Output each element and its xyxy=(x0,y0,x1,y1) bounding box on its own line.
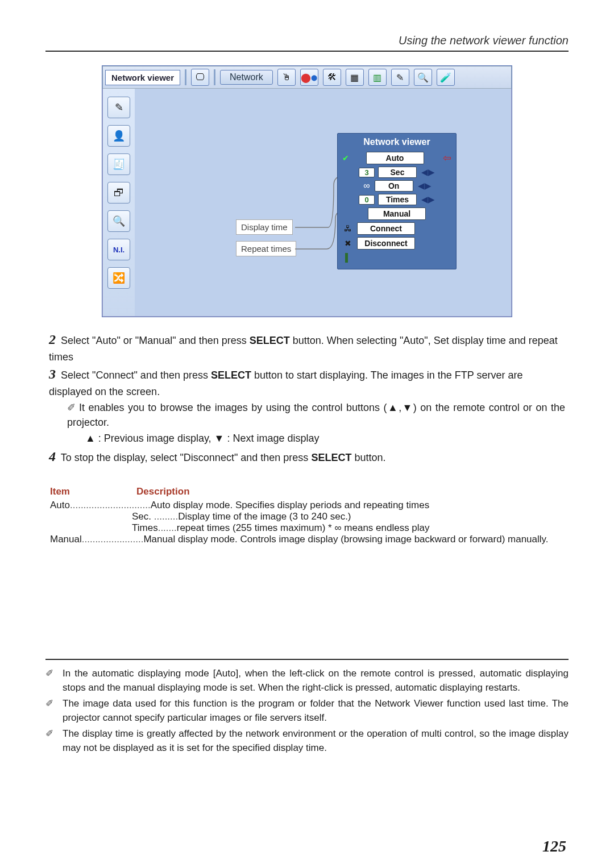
check-icon: ✔ xyxy=(342,153,349,163)
step-number: 2 xyxy=(49,332,56,347)
connect-icon: 🖧 xyxy=(342,223,354,234)
table-row: Sec. .........Display time of the image … xyxy=(132,511,564,522)
board-icon[interactable]: 🧾 xyxy=(107,153,130,175)
table-header-item: Item xyxy=(50,486,136,497)
lr-arrows-icon[interactable]: ◀▶ xyxy=(418,181,432,191)
sidebar: ✎ 👤 🧾 🗗 🔍 N.I. 🔀 xyxy=(103,89,135,316)
step-3: 3 Select "Connect" and then press SELECT… xyxy=(49,364,565,399)
separator xyxy=(214,69,215,85)
rgb-balls-icon[interactable]: ⬤⬤ xyxy=(300,69,318,86)
windows-icon[interactable]: 🗗 xyxy=(107,182,130,203)
swap-icon[interactable]: 🔀 xyxy=(107,267,130,289)
times-value[interactable]: 0 xyxy=(359,195,375,205)
step-2: 2 Select "Auto" or "Manual" and then pre… xyxy=(49,330,565,364)
separator xyxy=(185,69,186,85)
page-number: 125 xyxy=(542,837,566,855)
sec-label: Sec xyxy=(378,167,417,178)
step-3-legend: ▲ : Previous image display, ▼ : Next ima… xyxy=(85,431,565,446)
settings-panel: Network viewer ✔ Auto ⇦ 3 Sec ◀▶ xyxy=(337,133,457,269)
network-tab[interactable]: Network xyxy=(220,70,273,85)
lens-icon[interactable]: 🔍 xyxy=(414,69,432,86)
exit-icon[interactable]: ▌ xyxy=(342,252,354,263)
window-title: Network viewer xyxy=(105,70,180,85)
mouse-icon[interactable]: 🖱 xyxy=(277,69,296,86)
auto-button[interactable]: Auto xyxy=(366,152,424,164)
step-number: 4 xyxy=(49,449,56,464)
footnote: ✐The display time is greatly affected by… xyxy=(45,727,569,755)
pen-icon[interactable]: ✎ xyxy=(391,69,409,86)
screen-icon[interactable]: ▥ xyxy=(368,69,387,86)
ni-icon[interactable]: N.I. xyxy=(107,239,130,260)
menu-bar: Network viewer 🖵 Network 🖱 ⬤⬤ 🛠 ▦ ▥ ✎ 🔍 … xyxy=(102,66,512,89)
table-row: Manual.......................Manual disp… xyxy=(50,534,564,545)
table-row: Times.......repeat times (255 times maxi… xyxy=(132,522,564,534)
tiles-icon[interactable]: ▦ xyxy=(346,69,364,86)
footnote: ✐The image data used for this function i… xyxy=(45,697,569,725)
lr-arrows-icon[interactable]: ◀▶ xyxy=(421,194,435,205)
head-icon[interactable]: 👤 xyxy=(107,125,130,147)
disconnect-button[interactable]: Disconnect xyxy=(357,237,415,250)
hand-icon: ✐ xyxy=(67,402,76,413)
sec-value[interactable]: 3 xyxy=(359,168,375,177)
step-number: 3 xyxy=(49,367,56,381)
panel-title: Network viewer xyxy=(338,134,456,151)
footnotes: ✐In the automatic displaying mode [Auto]… xyxy=(45,667,569,755)
disconnect-icon: ✖ xyxy=(342,238,354,249)
lens-icon[interactable]: 🔍 xyxy=(107,210,130,232)
connect-button[interactable]: Connect xyxy=(357,222,415,235)
table-header-desc: Description xyxy=(136,486,190,497)
footnote: ✐In the automatic displaying mode [Auto]… xyxy=(45,667,569,695)
dual-icon[interactable]: 🖵 xyxy=(191,69,209,86)
wrench-icon[interactable]: 🛠 xyxy=(323,69,341,86)
lr-arrows-icon[interactable]: ◀▶ xyxy=(421,167,435,177)
section-title: Using the network viewer function xyxy=(45,34,569,47)
table-row: Auto..............................Auto d… xyxy=(50,500,564,511)
steps: 2 Select "Auto" or "Manual" and then pre… xyxy=(49,330,565,467)
hand-icon: ✐ xyxy=(45,697,59,725)
callout-repeat-times: Repeat times xyxy=(236,241,296,256)
description-table: Item Description Auto...................… xyxy=(50,486,564,545)
pen-tool-icon[interactable]: ✎ xyxy=(107,97,130,118)
back-arrow-icon[interactable]: ⇦ xyxy=(443,152,451,164)
infinity-icon: ∞ xyxy=(363,181,370,191)
step-4: 4 To stop the display, select "Disconnec… xyxy=(49,447,565,467)
times-label: Times xyxy=(378,194,417,205)
callout-display-time: Display time xyxy=(236,219,293,235)
manual-button[interactable]: Manual xyxy=(368,207,426,220)
hand-icon: ✐ xyxy=(45,667,59,695)
step-3-note: ✐It enables you to browse the images by … xyxy=(67,400,565,430)
header-rule xyxy=(45,51,569,52)
footer-rule xyxy=(45,659,569,660)
on-label[interactable]: On xyxy=(375,180,413,192)
probe-icon[interactable]: 🧪 xyxy=(437,69,455,86)
hand-icon: ✐ xyxy=(45,727,59,755)
screenshot: Network viewer 🖵 Network 🖱 ⬤⬤ 🛠 ▦ ▥ ✎ 🔍 … xyxy=(102,65,512,317)
